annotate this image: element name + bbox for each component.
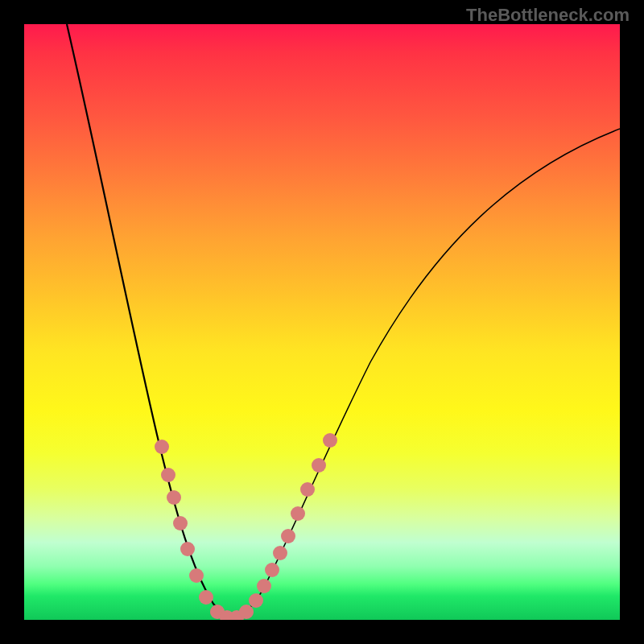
marker-dot <box>300 482 315 497</box>
marker-dot <box>257 579 271 593</box>
marker-dot <box>180 542 195 556</box>
marker-dot <box>265 563 279 577</box>
marker-group <box>155 433 337 620</box>
curve-right-branch <box>232 129 620 617</box>
marker-dot <box>167 490 181 505</box>
watermark-text: TheBottleneck.com <box>466 5 630 26</box>
marker-dot <box>273 546 287 560</box>
marker-dot <box>249 593 263 608</box>
curve-left-branch <box>67 24 232 617</box>
marker-dot <box>155 440 169 454</box>
marker-dot <box>323 433 337 448</box>
marker-dot <box>281 529 295 543</box>
marker-dot <box>291 506 305 521</box>
marker-dot <box>161 468 175 482</box>
marker-dot <box>189 568 204 583</box>
marker-dot <box>199 590 213 605</box>
marker-dot <box>239 605 254 619</box>
marker-dot <box>173 516 188 530</box>
chart-svg <box>24 24 620 620</box>
marker-dot <box>312 458 326 473</box>
chart-plot-area <box>24 24 620 620</box>
